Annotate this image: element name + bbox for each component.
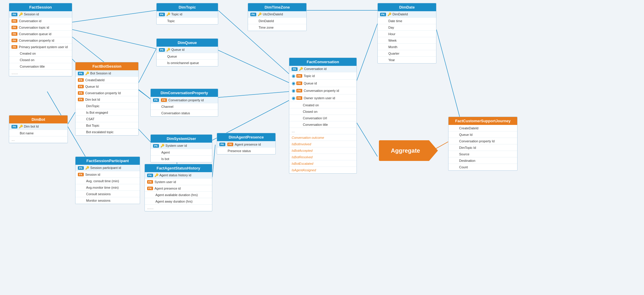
svg-line-12	[212, 145, 215, 177]
field-primary-participant: FKPrimary participant system user id	[9, 44, 72, 50]
field-is-bot: Is bot	[151, 156, 212, 162]
field-system-user-pk: PK🔑 System user id	[151, 143, 212, 149]
field-dim-bot-id: PK🔑 Dim bot Id	[9, 123, 68, 130]
field-conversation-property-id: FKConversation property id	[9, 37, 72, 44]
field-day: Day	[378, 24, 436, 31]
entity-dim-date-header: DimDate	[378, 3, 436, 11]
field-session-id: PK🔑 Session id	[9, 11, 72, 18]
field-dim-date-id-pk: PK🔑 DimDateId	[378, 11, 436, 18]
entity-fact-session-participant: FactSessionParticipant PK🔑 Session parti…	[75, 157, 140, 204]
field-dots-dimbot: ...	[9, 136, 68, 143]
field-csj-conv-prop-id: Conversation property Id	[448, 138, 517, 144]
field-owner-system-user-id: ◉FKOwner system user id	[289, 94, 356, 102]
svg-line-15	[354, 118, 377, 157]
field-queue-id-fk2: ◉FKQueue id	[289, 80, 356, 87]
field-session-participant-id: PK🔑 Session participant id	[75, 165, 140, 171]
field-agent-away: Agent away duration (hrs)	[145, 198, 212, 205]
entity-dim-date: DimDate PK🔑 DimDateId Date time Day Hour…	[377, 3, 436, 63]
entity-dim-bot-header: DimBot	[9, 115, 68, 123]
field-conv-title: Conversation title	[289, 121, 356, 128]
aggregate-label: Aggregate	[391, 147, 426, 154]
field-conv-prop-pk: PKFKConversation property id	[151, 97, 218, 103]
entity-fact-conversation-header: FactConversation	[289, 58, 356, 66]
field-avg-monitor: Avg.monitor time (min)	[75, 184, 140, 191]
field-system-user-fk: FKSystem user id	[145, 179, 212, 185]
field-topic-id-fk: ◉FKTopic id	[289, 72, 356, 80]
entity-dim-agent-presence-header: DimAgentPresence	[217, 133, 275, 141]
field-conv-closed-on: Closed on	[289, 108, 356, 115]
field-time-zone: Time zone	[248, 24, 306, 31]
field-date-time: Date time	[378, 18, 436, 24]
field-utc-dim-date-id-pk: PK🔑 UtcDimDateId	[248, 11, 306, 18]
entity-fact-session-participant-header: FactSessionParticipant	[75, 157, 140, 165]
field-bot-session-id: PK🔑 Bot Session id	[75, 70, 138, 77]
field-dim-bot-id-fk: FKDim bot Id	[75, 96, 138, 103]
field-is-agent-assigned: IsAgentAssigned	[289, 167, 356, 173]
field-bot-name: Bot name	[9, 130, 68, 136]
field-dim-date-id: DimDateId	[248, 18, 306, 24]
entity-dim-topic: DimTopic PK🔑 Topic id Topic	[156, 3, 218, 25]
field-conversation-topic-id: FKConversation topic id	[9, 24, 72, 31]
field-dots-agent: ......	[145, 205, 212, 211]
field-year: Year	[378, 57, 436, 63]
svg-line-8	[218, 50, 289, 83]
entity-dim-topic-header: DimTopic	[157, 3, 218, 11]
field-agent-available: Agent avaliable duration (hrs)	[145, 192, 212, 198]
svg-line-14	[354, 24, 377, 89]
field-queue-id-pk: PK🔑 Queue id	[157, 47, 218, 53]
entity-dim-queue-header: DimQueue	[157, 39, 218, 47]
field-conv-prop-id-fk2: ◉FKConversation property id	[289, 87, 356, 94]
entity-fact-bot-session: FactBotSession PK🔑 Bot Session id FKCrea…	[75, 62, 139, 136]
svg-line-6	[68, 112, 75, 124]
field-queue: Queue	[157, 53, 218, 60]
field-create-date-id: FKCreateDateId	[75, 77, 138, 83]
entity-fact-agent-status-history: FactAgentStatusHistory PK🔑 Agent status …	[144, 164, 212, 211]
field-conv-url: Conversation Url	[289, 115, 356, 121]
field-csat: CSAT	[75, 116, 138, 122]
field-is-omnichannel: Is omnichannel queue	[157, 60, 218, 66]
field-agent: Agent	[151, 149, 212, 156]
svg-line-1	[72, 30, 156, 49]
field-bot-topic: Bot Topic	[75, 122, 138, 129]
field-month: Month	[378, 44, 436, 50]
field-is-bot-involved: IsBotInvolved	[289, 141, 356, 147]
entity-fact-session-header: FactSession	[9, 3, 72, 11]
field-conversation-id: FKConversation id	[9, 18, 72, 24]
entity-dim-conversation-property: DimConversationProperty PKFKConversation…	[150, 89, 218, 117]
entity-dim-timezone: DimTimeZone PK🔑 UtcDimDateId DimDateId T…	[248, 3, 307, 31]
field-agent-status-history-pk: PK🔑 Agent status history id	[145, 172, 212, 179]
entity-fact-agent-status-header: FactAgentStatusHistory	[145, 164, 212, 172]
field-is-bot-escalated: IsBotEscalated	[289, 160, 356, 167]
entity-dim-system-user-header: DimSystemUser	[151, 135, 212, 143]
field-dots-1: ......	[9, 70, 72, 76]
field-topic-id-pk: PK🔑 Topic id	[157, 11, 218, 18]
svg-line-5	[139, 90, 150, 99]
entity-dim-system-user: DimSystemUser PK🔑 System user id Agent I…	[150, 134, 212, 162]
entity-fact-conversation: FactConversation PK🔑 Conversation id ◉FK…	[289, 58, 357, 174]
entity-fact-session: FactSession PK🔑 Session id FKConversatio…	[9, 3, 72, 76]
field-monitor-sessions: Monitor sessions	[75, 197, 140, 204]
entity-fact-csj-header: FactCustomerSupportJourney	[448, 117, 517, 125]
field-created-on: Created on	[9, 50, 72, 57]
entity-dim-queue: DimQueue PK🔑 Queue id Queue Is omnichann…	[156, 38, 218, 66]
field-hour: Hour	[378, 31, 436, 37]
field-session-id-fk: FKSession id	[75, 171, 140, 178]
field-agent-presence-id-pk: PKFKAgent presence id	[217, 141, 275, 148]
field-week: Week	[378, 37, 436, 44]
field-csj-count: Count	[448, 164, 517, 170]
field-csj-dimtopic-id: DimTopic Id	[448, 144, 517, 151]
field-conversation-queue-id: FKConversation queue id	[9, 31, 72, 37]
field-csj-destination: Destination	[448, 157, 517, 164]
field-bot-escalated: Bot escalated topic	[75, 129, 138, 135]
entity-dim-agent-presence: DimAgentPresence PKFKAgent presence id P…	[217, 133, 276, 154]
field-consult-sessions: Consult sessions	[75, 191, 140, 197]
field-csj-create-date: CreateDateId	[448, 125, 517, 131]
field-avg-consult: Avg. consult time (min)	[75, 178, 140, 184]
field-queue-id: FKQueue Id	[75, 83, 138, 90]
field-conversation-title: Conversation title	[9, 63, 72, 70]
field-conv-status: Conversation status	[151, 110, 218, 116]
diagram-container: FactSession PK🔑 Session id FKConversatio…	[0, 0, 644, 295]
svg-line-9	[218, 92, 289, 97]
entity-fact-bot-session-header: FactBotSession	[75, 62, 138, 70]
entity-fact-customer-support-journey: FactCustomerSupportJourney CreateDateId …	[448, 117, 518, 171]
